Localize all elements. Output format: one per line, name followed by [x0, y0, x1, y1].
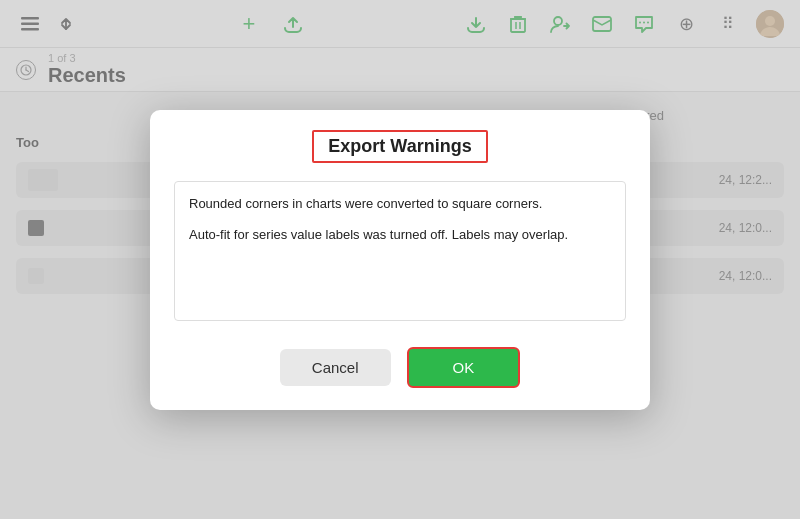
dialog-title: Export Warnings — [328, 136, 471, 156]
dialog-body: Rounded corners in charts were converted… — [150, 175, 650, 331]
export-warnings-dialog: Export Warnings Rounded corners in chart… — [150, 110, 650, 410]
ok-button[interactable]: OK — [407, 347, 521, 388]
warning-box: Rounded corners in charts were converted… — [174, 181, 626, 321]
modal-overlay: Export Warnings Rounded corners in chart… — [0, 0, 800, 519]
dialog-footer: Cancel OK — [150, 331, 650, 410]
cancel-button[interactable]: Cancel — [280, 349, 391, 386]
dialog-header: Export Warnings — [150, 110, 650, 175]
warning-text-2: Auto-fit for series value labels was tur… — [189, 225, 611, 245]
dialog-title-box: Export Warnings — [312, 130, 487, 163]
warning-text-1: Rounded corners in charts were converted… — [189, 194, 611, 214]
